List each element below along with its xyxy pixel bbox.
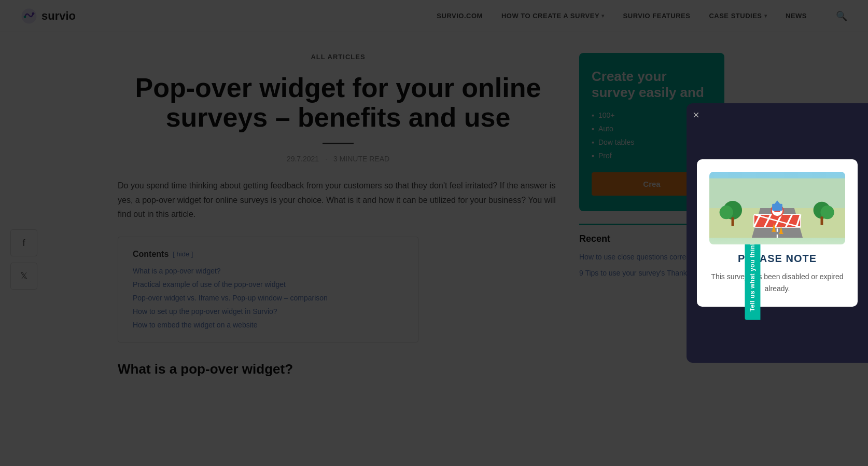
modal-illustration — [709, 172, 845, 244]
widget-tab-label: Tell us what you think — [749, 241, 756, 311]
svg-rect-28 — [821, 216, 823, 225]
modal-close-button[interactable]: × — [693, 109, 699, 121]
modal-description: This survey has been disabled or expired… — [709, 271, 845, 294]
svg-point-24 — [720, 205, 733, 219]
overlay: Tell us what you think × — [0, 0, 868, 406]
svg-rect-21 — [772, 204, 782, 211]
modal-card: PLEASE NOTE This survey has been disable… — [697, 159, 858, 307]
road-svg — [709, 172, 845, 244]
svg-rect-25 — [732, 217, 734, 226]
widget-tab[interactable]: Tell us what you think — [745, 233, 760, 320]
modal-title: PLEASE NOTE — [709, 253, 845, 265]
